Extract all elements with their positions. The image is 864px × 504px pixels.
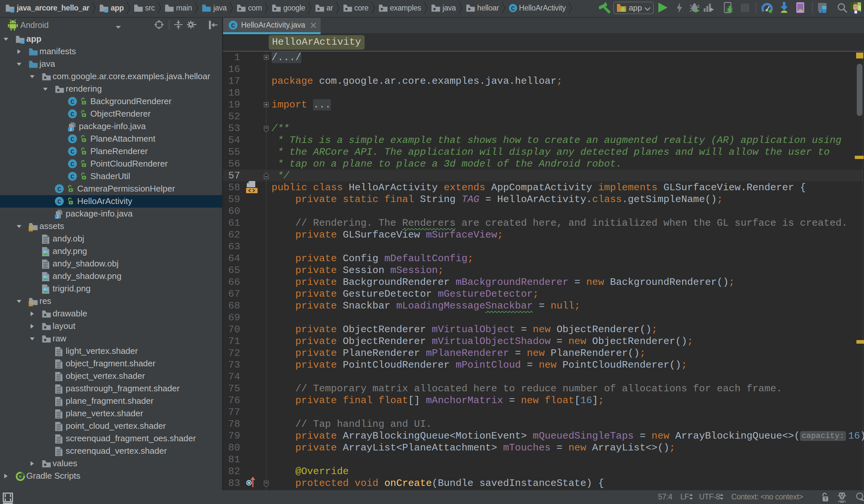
svg-text:C: C bbox=[231, 22, 235, 29]
svg-text:C: C bbox=[511, 4, 515, 12]
svg-text:T: T bbox=[824, 497, 827, 501]
svg-text:J: J bbox=[56, 214, 59, 219]
svg-text:C: C bbox=[70, 111, 74, 118]
svg-text:C: C bbox=[70, 173, 74, 181]
svg-text:C: C bbox=[70, 136, 74, 143]
svg-text:C: C bbox=[70, 161, 74, 168]
svg-text:C: C bbox=[70, 98, 74, 106]
svg-text:C: C bbox=[70, 148, 74, 156]
svg-text:J: J bbox=[69, 127, 72, 132]
svg-text:C: C bbox=[57, 185, 61, 193]
svg-text:C: C bbox=[57, 198, 61, 206]
